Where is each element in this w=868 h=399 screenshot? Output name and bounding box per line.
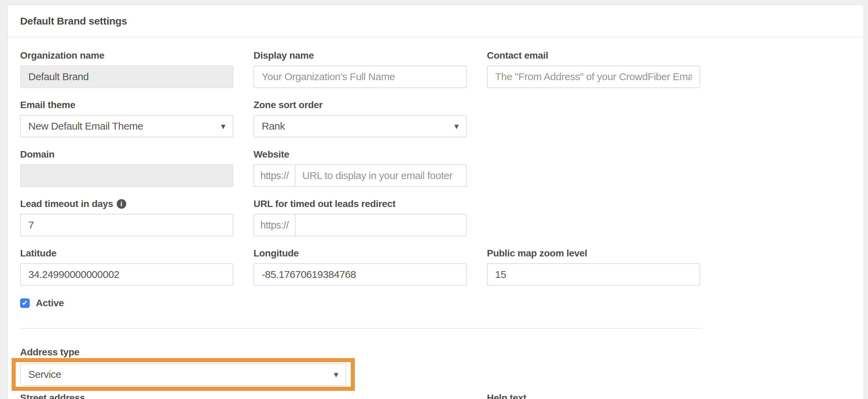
address-type-selected-value: Service <box>28 369 61 380</box>
help-text-label: Help text <box>487 392 700 399</box>
email-theme-selected-value: New Default Email Theme <box>28 120 143 132</box>
website-input[interactable] <box>295 165 466 186</box>
display-name-label: Display name <box>254 50 467 61</box>
lead-timeout-label: Lead timeout in days i <box>20 198 233 210</box>
organization-name-label: Organization name <box>20 50 233 61</box>
section-divider <box>20 328 702 329</box>
lead-timeout-label-text: Lead timeout in days <box>20 198 113 210</box>
website-protocol-addon: https:// <box>254 165 295 186</box>
chevron-down-icon: ▾ <box>334 370 338 379</box>
address-type-label: Address type <box>20 346 851 358</box>
chevron-down-icon: ▾ <box>221 122 225 131</box>
card-header: Default Brand settings <box>8 5 864 38</box>
redirect-url-protocol-addon: https:// <box>254 215 295 236</box>
latitude-label: Latitude <box>20 248 233 259</box>
redirect-url-label: URL for timed out leads redirect <box>254 198 467 210</box>
map-zoom-label: Public map zoom level <box>487 248 700 259</box>
settings-form: Organization name Display name Contact e… <box>8 38 864 399</box>
lead-timeout-input[interactable] <box>20 214 233 236</box>
domain-input <box>20 164 233 187</box>
street-address-label: Street address <box>20 392 233 399</box>
longitude-label: Longitude <box>254 248 467 259</box>
active-checkbox-label: Active <box>36 298 64 309</box>
clipped-bottom-row: Street address Help text <box>20 392 851 399</box>
info-circle-icon[interactable]: i <box>117 199 126 209</box>
redirect-url-input-group: https:// <box>254 214 467 236</box>
orange-highlight-annotation: Service ▾ <box>12 358 355 391</box>
domain-label: Domain <box>20 149 233 160</box>
settings-card: Default Brand settings Organization name… <box>7 4 864 399</box>
email-theme-label: Email theme <box>20 99 233 111</box>
latitude-input[interactable] <box>20 263 233 286</box>
page-background: { "header": { "title": "Default Brand se… <box>0 0 868 399</box>
zone-sort-order-select[interactable]: Rank ▾ <box>254 115 467 137</box>
website-label: Website <box>254 149 467 160</box>
contact-email-input[interactable] <box>487 65 700 88</box>
website-input-group: https:// <box>254 164 467 187</box>
map-zoom-input[interactable] <box>487 263 700 286</box>
zone-sort-order-selected-value: Rank <box>262 120 285 132</box>
chevron-down-icon: ▾ <box>454 122 459 131</box>
address-type-select[interactable]: Service ▾ <box>20 363 346 386</box>
email-theme-select[interactable]: New Default Email Theme ▾ <box>20 115 233 137</box>
organization-name-input <box>20 65 233 88</box>
active-checkbox-row: ✔ Active <box>20 297 851 309</box>
zone-sort-order-label: Zone sort order <box>254 99 467 111</box>
page-title: Default Brand settings <box>20 15 127 27</box>
longitude-input[interactable] <box>254 263 467 286</box>
active-checkbox[interactable]: ✔ <box>20 298 30 308</box>
checkmark-icon: ✔ <box>22 299 28 308</box>
redirect-url-input[interactable] <box>295 215 466 236</box>
display-name-input[interactable] <box>254 65 467 88</box>
contact-email-label: Contact email <box>487 50 700 61</box>
